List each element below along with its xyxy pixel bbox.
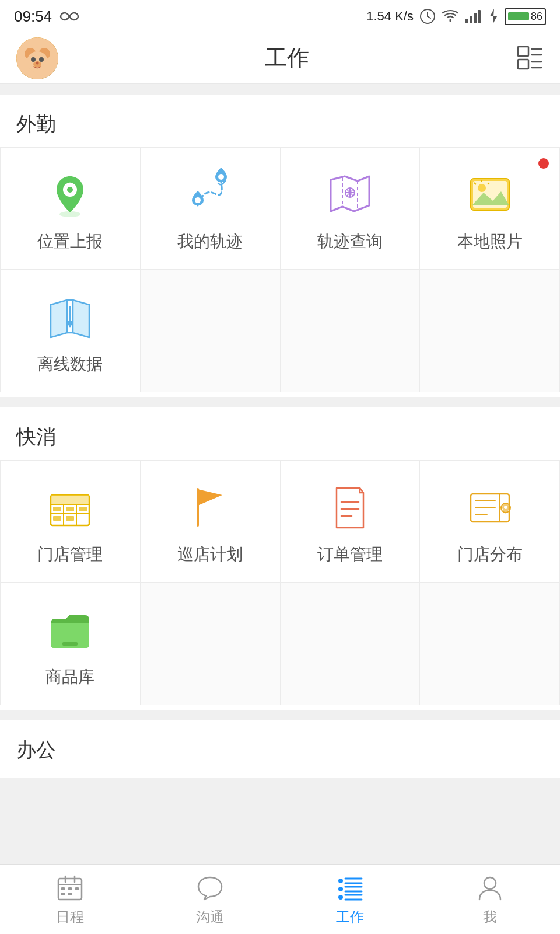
store-dist-item[interactable]: 门店分布 bbox=[420, 461, 560, 583]
waiqin-grid-2: 离线数据 bbox=[0, 270, 560, 392]
svg-rect-68 bbox=[62, 642, 78, 646]
tour-plan-label: 巡店计划 bbox=[177, 543, 243, 566]
store-manage-icon bbox=[44, 482, 96, 533]
battery-level: 86 bbox=[531, 11, 542, 23]
my-track-item[interactable]: 我的轨迹 bbox=[141, 148, 281, 270]
local-photo-label: 本地照片 bbox=[457, 231, 523, 253]
section-title-kuaixiao: 快消 bbox=[0, 407, 560, 460]
avatar[interactable] bbox=[16, 37, 58, 79]
order-manage-item[interactable]: 订单管理 bbox=[281, 461, 421, 583]
location-report-label: 位置上报 bbox=[37, 231, 103, 253]
svg-rect-76 bbox=[61, 893, 65, 895]
nav-work-label: 工作 bbox=[336, 908, 364, 926]
svg-rect-16 bbox=[518, 47, 528, 56]
section-title-waiqin: 外勤 bbox=[0, 95, 560, 147]
svg-line-2 bbox=[428, 16, 430, 18]
page-title: 工作 bbox=[265, 43, 309, 73]
svg-point-24 bbox=[67, 187, 73, 193]
svg-rect-75 bbox=[75, 887, 79, 890]
order-manage-label: 订单管理 bbox=[317, 543, 383, 566]
order-manage-icon bbox=[324, 482, 376, 533]
my-track-label: 我的轨迹 bbox=[177, 231, 243, 253]
svg-point-81 bbox=[338, 887, 343, 891]
waiqin-grid: 位置上报 我的轨迹 bbox=[0, 147, 560, 270]
svg-rect-5 bbox=[474, 13, 477, 23]
chat-icon bbox=[195, 873, 225, 903]
status-bar: 09:54 1.54 K/s bbox=[0, 0, 560, 33]
me-icon bbox=[475, 873, 505, 903]
nav-schedule-label: 日程 bbox=[56, 908, 84, 926]
local-photo-item[interactable]: 本地照片 bbox=[420, 148, 560, 270]
nav-work[interactable]: 工作 bbox=[280, 865, 420, 934]
offline-data-label: 离线数据 bbox=[37, 353, 103, 375]
charging-icon bbox=[488, 9, 499, 24]
empty-cell-1 bbox=[141, 270, 281, 392]
empty-cell-2 bbox=[281, 270, 421, 392]
nav-me-label: 我 bbox=[483, 908, 497, 926]
svg-rect-73 bbox=[61, 887, 65, 890]
svg-point-38 bbox=[478, 184, 486, 192]
svg-rect-3 bbox=[466, 19, 468, 23]
empty-cell-3 bbox=[420, 270, 560, 392]
svg-rect-4 bbox=[470, 16, 473, 23]
nav-chat[interactable]: 沟通 bbox=[140, 865, 280, 934]
nav-me[interactable]: 我 bbox=[420, 865, 560, 934]
track-query-icon bbox=[324, 169, 376, 220]
svg-rect-54 bbox=[79, 507, 87, 511]
calendar-icon bbox=[55, 873, 85, 903]
wifi-icon bbox=[442, 9, 459, 23]
tour-plan-item[interactable]: 巡店计划 bbox=[141, 461, 281, 583]
svg-point-87 bbox=[484, 877, 496, 889]
svg-rect-55 bbox=[53, 516, 61, 521]
local-photo-badge bbox=[538, 158, 549, 169]
svg-marker-7 bbox=[490, 9, 497, 24]
bottom-nav: 日程 沟通 工作 bbox=[0, 864, 560, 934]
empty-k-4 bbox=[420, 583, 560, 705]
section-kuaixiao: 快消 bbox=[0, 407, 560, 710]
store-manage-label: 门店管理 bbox=[37, 543, 103, 566]
kuaixiao-grid: 门店管理 巡店计划 bbox=[0, 460, 560, 583]
svg-rect-6 bbox=[478, 10, 481, 23]
empty-k-2 bbox=[141, 583, 281, 705]
section-title-bangong: 办公 bbox=[0, 720, 560, 773]
svg-rect-74 bbox=[68, 887, 72, 890]
svg-point-15 bbox=[36, 61, 39, 64]
section-bangong: 办公 bbox=[0, 720, 560, 778]
local-photo-icon bbox=[464, 169, 516, 220]
svg-point-64 bbox=[504, 506, 508, 509]
kuaixiao-grid-2: 商品库 bbox=[0, 583, 560, 705]
offline-data-item[interactable]: 离线数据 bbox=[1, 270, 141, 392]
svg-rect-53 bbox=[66, 507, 74, 511]
menu-button[interactable] bbox=[516, 43, 544, 74]
svg-rect-52 bbox=[53, 507, 61, 511]
signal-icon bbox=[465, 9, 482, 23]
location-report-icon bbox=[44, 169, 96, 220]
product-lib-item[interactable]: 商品库 bbox=[1, 583, 141, 705]
status-time: 09:54 bbox=[14, 8, 52, 26]
offline-data-icon bbox=[44, 291, 96, 343]
empty-k-3 bbox=[281, 583, 421, 705]
svg-point-78 bbox=[338, 879, 343, 883]
nav-schedule[interactable]: 日程 bbox=[0, 865, 140, 934]
product-lib-icon bbox=[44, 604, 96, 656]
work-icon bbox=[335, 873, 365, 903]
svg-point-13 bbox=[39, 57, 44, 62]
infinity-icon bbox=[59, 10, 80, 23]
svg-rect-19 bbox=[518, 60, 528, 69]
svg-rect-56 bbox=[66, 516, 74, 521]
nav-chat-label: 沟通 bbox=[196, 908, 224, 926]
section-waiqin: 外勤 位置上报 bbox=[0, 95, 560, 397]
tour-plan-icon bbox=[184, 482, 236, 533]
svg-rect-47 bbox=[51, 495, 89, 504]
my-track-icon bbox=[184, 169, 236, 220]
store-manage-item[interactable]: 门店管理 bbox=[1, 461, 141, 583]
svg-point-27 bbox=[218, 174, 224, 180]
store-dist-label: 门店分布 bbox=[457, 543, 523, 566]
location-report-item[interactable]: 位置上报 bbox=[1, 148, 141, 270]
battery-indicator: 86 bbox=[505, 8, 546, 25]
store-dist-icon bbox=[464, 482, 516, 533]
track-query-item[interactable]: 轨迹查询 bbox=[281, 148, 421, 270]
svg-rect-77 bbox=[68, 893, 72, 895]
track-query-label: 轨迹查询 bbox=[317, 231, 383, 253]
product-lib-label: 商品库 bbox=[46, 666, 94, 688]
